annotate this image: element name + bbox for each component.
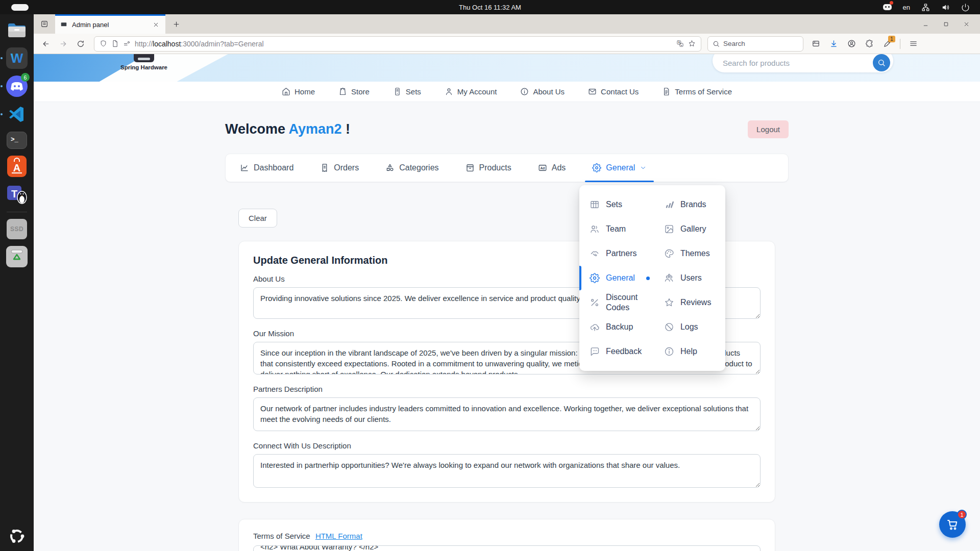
tab-general[interactable]: General	[585, 154, 654, 182]
save-page-icon[interactable]	[808, 37, 823, 51]
menu-item-logs[interactable]: Logs	[654, 315, 725, 339]
discord-app-icon[interactable]: 6	[6, 76, 28, 97]
menu-item-brands[interactable]: Brands	[654, 192, 725, 217]
page-viewport: Spring Hardware Home Store Sets My Accou…	[34, 54, 980, 551]
extension-pen-icon[interactable]: 1	[880, 37, 894, 51]
slash-circle-icon	[664, 322, 674, 332]
shield-icon[interactable]	[100, 40, 107, 47]
menu-item-users[interactable]: Users	[654, 266, 725, 290]
translate-icon[interactable]	[676, 40, 684, 47]
store-bag-icon	[338, 87, 347, 96]
gear-icon	[590, 273, 600, 283]
system-clock[interactable]: Thu Oct 16 11:32 AM	[0, 4, 980, 11]
menu-item-gallery[interactable]: Gallery	[654, 217, 725, 241]
downloads-icon[interactable]	[826, 37, 841, 51]
menu-item-reviews[interactable]: Reviews	[654, 290, 725, 315]
url-bar[interactable]: http://localhost:3000/admin?tab=General	[94, 36, 701, 52]
trash-icon[interactable]	[6, 246, 28, 267]
waterfox-browser-icon[interactable]: W	[6, 47, 28, 69]
nav-terms[interactable]: Terms of Service	[662, 87, 732, 96]
product-search-bar[interactable]	[713, 54, 893, 72]
menu-item-team[interactable]: Team	[579, 217, 654, 241]
teams-linux-app-icon[interactable]: T	[6, 184, 28, 205]
volume-icon[interactable]	[941, 3, 950, 12]
window-minimize-button[interactable]	[922, 20, 929, 28]
nav-sets[interactable]: Sets	[393, 87, 421, 96]
new-tab-button[interactable]	[170, 18, 182, 30]
browser-tab-bar: Admin panel	[34, 14, 980, 34]
dock-divider	[7, 212, 27, 212]
tos-label: Terms of Service	[253, 532, 310, 540]
admin-tabs: Dashboard Orders Categories Products Ads…	[225, 154, 789, 182]
ssd-drive-icon[interactable]: SSD	[7, 219, 27, 239]
partners-description-textarea[interactable]: Our network of partner includes industry…	[253, 397, 761, 431]
dashboard-icon	[240, 163, 249, 172]
vscode-app-icon[interactable]	[6, 104, 28, 125]
menu-item-backup[interactable]: Backup	[579, 315, 654, 339]
window-close-button[interactable]	[963, 20, 970, 28]
tab-orders[interactable]: Orders	[313, 154, 366, 182]
nav-store[interactable]: Store	[338, 87, 370, 96]
menu-item-feedback[interactable]: Feedback	[579, 339, 654, 364]
files-app-icon[interactable]	[6, 19, 28, 41]
connect-with-us-label: Connect With Us Description	[253, 441, 761, 450]
logout-button[interactable]: Logout	[748, 120, 789, 138]
html-format-link[interactable]: HTML Format	[315, 532, 362, 540]
tos-textarea[interactable]: <h2> What About Warranty? </h2> <ul>	[253, 545, 761, 551]
browser-search-input[interactable]	[723, 40, 785, 47]
menu-hamburger-icon[interactable]	[906, 37, 920, 51]
tab-list-icon[interactable]	[38, 17, 51, 31]
reload-icon[interactable]	[74, 37, 88, 51]
back-icon[interactable]	[39, 37, 53, 51]
nav-about-us[interactable]: About Us	[520, 87, 565, 96]
cart-fab-button[interactable]: 1	[939, 511, 966, 538]
system-top-bar: Thu Oct 16 11:32 AM en	[0, 0, 980, 14]
tab-categories[interactable]: Categories	[378, 154, 446, 182]
discord-tray-icon[interactable]	[883, 3, 892, 12]
site-logo[interactable]: Spring Hardware	[110, 54, 178, 70]
mail-icon	[588, 87, 597, 96]
menu-item-discount-codes[interactable]: Discount Codes	[579, 290, 654, 315]
users-group-icon	[664, 273, 674, 283]
product-search-input[interactable]	[723, 59, 873, 67]
terminal-app-icon[interactable]: >_	[7, 132, 27, 149]
page-info-icon[interactable]	[111, 40, 119, 47]
app-store-icon[interactable]: A	[7, 156, 27, 177]
browser-window: Admin panel http://localhost:3000/admin?…	[34, 14, 980, 551]
product-search-button[interactable]	[873, 54, 890, 71]
connect-with-us-textarea[interactable]: Interested in partnerhip opportunities? …	[253, 454, 761, 488]
window-maximize-button[interactable]	[942, 20, 949, 28]
ubuntu-launcher-icon[interactable]	[6, 525, 28, 547]
site-nav: Home Store Sets My Account About Us Cont…	[34, 82, 980, 102]
nav-my-account[interactable]: My Account	[445, 87, 497, 96]
account-icon[interactable]	[844, 37, 859, 51]
bookmark-star-icon[interactable]	[688, 40, 696, 47]
tab-ads[interactable]: Ads	[531, 154, 573, 182]
tab-products[interactable]: Products	[458, 154, 519, 182]
nav-contact-us[interactable]: Contact Us	[588, 87, 639, 96]
menu-item-help[interactable]: Help	[654, 339, 725, 364]
power-icon[interactable]	[961, 3, 970, 12]
tab-dashboard[interactable]: Dashboard	[233, 154, 301, 182]
orders-icon	[320, 163, 329, 172]
categories-icon	[385, 163, 395, 172]
extensions-puzzle-icon[interactable]	[862, 37, 876, 51]
palette-icon	[664, 248, 674, 259]
menu-item-partners[interactable]: Partners	[579, 241, 654, 266]
clear-button[interactable]: Clear	[238, 209, 277, 228]
chat-bubble-icon	[590, 346, 600, 357]
permissions-icon[interactable]	[123, 40, 131, 47]
network-icon[interactable]	[921, 3, 930, 12]
menu-item-sets[interactable]: Sets	[579, 192, 654, 217]
team-icon	[590, 224, 600, 234]
keyboard-layout-indicator[interactable]: en	[903, 4, 910, 11]
tab-close-icon[interactable]	[150, 19, 161, 31]
forward-icon[interactable]	[56, 37, 70, 51]
menu-item-general[interactable]: General	[579, 266, 654, 290]
active-dot	[646, 277, 650, 280]
menu-item-themes[interactable]: Themes	[654, 241, 725, 266]
browser-tab[interactable]: Admin panel	[55, 14, 165, 34]
browser-search-box[interactable]	[707, 36, 803, 52]
nav-home[interactable]: Home	[282, 87, 315, 96]
extension-badge: 1	[888, 36, 895, 42]
